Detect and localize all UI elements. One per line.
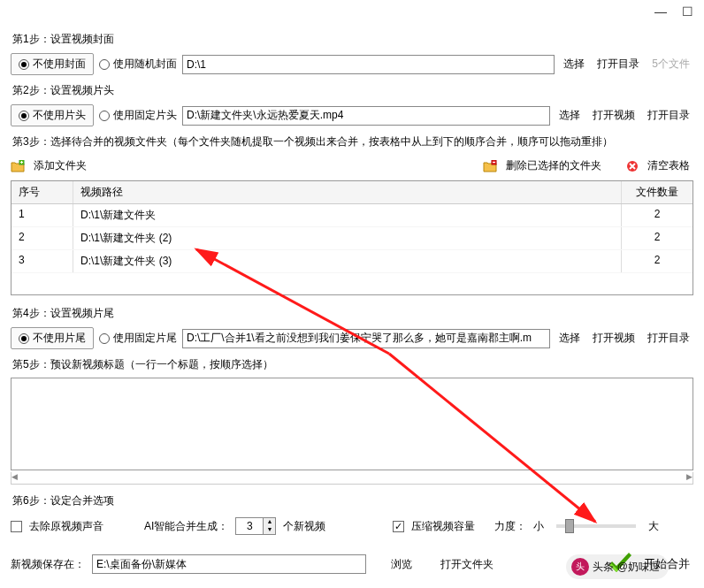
radio-icon	[19, 59, 29, 70]
scroll-right-icon[interactable]: ▶	[686, 472, 693, 484]
radio-icon	[19, 333, 29, 344]
spin-up-icon[interactable]: ▲	[263, 518, 275, 526]
avatar-icon: 头	[571, 558, 589, 576]
th-count[interactable]: 文件数量	[622, 181, 693, 203]
radio-icon	[99, 59, 110, 70]
clear-table-button[interactable]: 清空表格	[644, 157, 693, 175]
th-seq[interactable]: 序号	[11, 181, 73, 203]
folder-delete-icon	[483, 160, 497, 172]
step3-label: 第3步：选择待合并的视频文件夹（每个文件夹随机提取一个视频出来合并，按表格中从上…	[0, 129, 704, 153]
ai-suffix: 个新视频	[283, 519, 325, 534]
radio-label: 使用固定片头	[113, 108, 177, 123]
th-path[interactable]: 视频路径	[73, 181, 622, 203]
step1-file-count: 5个文件	[648, 55, 693, 73]
titles-textarea[interactable]	[11, 378, 693, 470]
cell-seq: 2	[11, 227, 73, 249]
scroll-left-icon[interactable]: ◀	[11, 472, 18, 484]
step1-no-cover-radio[interactable]: 不使用封面	[11, 53, 94, 75]
radio-icon	[99, 333, 110, 344]
cell-path: D:\1\新建文件夹 (2)	[73, 227, 622, 249]
step1-open-dir-button[interactable]: 打开目录	[593, 55, 643, 73]
cell-seq: 1	[11, 204, 73, 226]
watermark-text: 头条 @奶味逗	[593, 560, 660, 575]
step4-no-tail-radio[interactable]: 不使用片尾	[11, 327, 94, 349]
strength-large: 大	[648, 519, 659, 534]
ai-count-input[interactable]	[236, 518, 263, 534]
step4-path-input[interactable]	[182, 329, 550, 348]
ai-label: AI智能合并生成：	[144, 519, 228, 534]
folder-add-icon	[11, 160, 25, 172]
cell-seq: 3	[11, 250, 73, 272]
minimize-button[interactable]: —	[647, 4, 674, 22]
maximize-button[interactable]: ☐	[674, 4, 700, 22]
step2-open-video-button[interactable]: 打开视频	[589, 106, 639, 125]
table-row[interactable]: 2 D:\1\新建文件夹 (2) 2	[11, 227, 693, 250]
remove-audio-checkbox[interactable]	[11, 521, 22, 532]
step2-no-head-radio[interactable]: 不使用片头	[11, 104, 94, 126]
folder-table[interactable]: 序号 视频路径 文件数量 1 D:\1\新建文件夹 2 2 D:\1\新建文件夹…	[11, 180, 693, 295]
cell-path: D:\1\新建文件夹	[73, 204, 622, 226]
remove-audio-label: 去除原视频声音	[29, 519, 103, 534]
radio-label: 不使用封面	[33, 57, 86, 72]
strength-slider[interactable]	[556, 524, 636, 528]
cell-count: 2	[622, 204, 693, 226]
radio-label: 不使用片头	[33, 108, 86, 123]
step1-select-button[interactable]: 选择	[560, 55, 588, 73]
compress-label: 压缩视频容量	[411, 519, 475, 534]
save-label: 新视频保存在：	[11, 557, 85, 572]
watermark: 头 头条 @奶味逗	[566, 554, 669, 579]
compress-checkbox[interactable]	[393, 521, 404, 532]
strength-small: 小	[533, 519, 544, 534]
save-path-input[interactable]	[92, 554, 366, 574]
cell-count: 2	[622, 250, 693, 272]
strength-label: 力度：	[494, 519, 526, 534]
spin-down-icon[interactable]: ▼	[263, 526, 275, 534]
browse-button[interactable]: 浏览	[387, 555, 416, 574]
cell-count: 2	[622, 227, 693, 249]
step5-label: 第5步：预设新视频标题（一行一个标题，按顺序选择）	[0, 352, 704, 376]
step2-path-input[interactable]	[182, 106, 550, 126]
step1-label: 第1步：设置视频封面	[0, 27, 704, 50]
step4-label: 第4步：设置视频片尾	[0, 301, 704, 325]
step2-fixed-head-radio[interactable]: 使用固定片头	[99, 108, 177, 123]
add-folder-button[interactable]: 添加文件夹	[30, 157, 90, 175]
table-row[interactable]: 3 D:\1\新建文件夹 (3) 2	[11, 250, 693, 273]
delete-selected-button[interactable]: 删除已选择的文件夹	[502, 157, 605, 175]
step1-random-radio[interactable]: 使用随机封面	[99, 57, 177, 72]
table-row[interactable]: 1 D:\1\新建文件夹 2	[11, 204, 693, 227]
step2-open-dir-button[interactable]: 打开目录	[644, 106, 693, 125]
radio-label: 使用固定片尾	[113, 331, 177, 346]
radio-icon	[99, 111, 110, 121]
step2-label: 第2步：设置视频片头	[0, 78, 704, 102]
clear-icon	[626, 160, 639, 172]
step4-open-dir-button[interactable]: 打开目录	[644, 329, 693, 347]
step2-select-button[interactable]: 选择	[555, 106, 584, 125]
radio-icon	[19, 111, 29, 121]
radio-label: 不使用片尾	[33, 331, 86, 346]
open-save-folder-button[interactable]: 打开文件夹	[437, 555, 497, 574]
radio-label: 使用随机封面	[113, 57, 177, 72]
step6-label: 第6步：设定合并选项	[0, 485, 704, 512]
step4-fixed-tail-radio[interactable]: 使用固定片尾	[99, 331, 177, 346]
ai-count-spinner[interactable]: ▲▼	[235, 517, 276, 535]
step1-path-input[interactable]	[182, 55, 555, 74]
step4-select-button[interactable]: 选择	[555, 329, 584, 347]
step4-open-video-button[interactable]: 打开视频	[589, 329, 639, 347]
cell-path: D:\1\新建文件夹 (3)	[73, 250, 622, 272]
